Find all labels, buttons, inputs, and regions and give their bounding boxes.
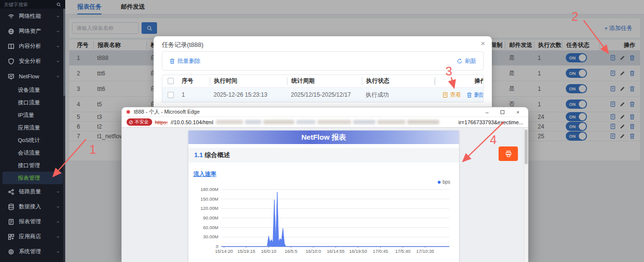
chevron-down-icon [56,14,60,19]
select-all-checkbox[interactable] [168,78,174,84]
sidebar-item-label: 网络资产 [19,28,51,35]
url-suffix: ir=1766733793&exectime... [458,119,523,125]
sidebar: 网络性能 网络资产 内容分析 安全分析 NetFlow 设备流量 接口流量 IP… [0,0,65,262]
batch-delete-button[interactable]: 批量删除 [169,57,200,65]
sidebar-item-link-quality[interactable]: 链路质量 [0,184,65,199]
inflow-rate-chart: 030.00M60.00M90.00M120.00M150.00M180.00M… [193,185,454,257]
scrollbar-thumb[interactable] [525,130,528,164]
svg-text:15/14:20: 15/14:20 [215,248,233,254]
sidebar-search[interactable] [0,0,65,9]
svg-text:90.00M: 90.00M [203,215,218,220]
edge-url-bar[interactable]: 不安全 https: //10.0.50.104/html ir=1766733… [122,117,528,128]
svg-text:16/10:0: 16/10:0 [306,248,321,254]
chevron-down-icon [56,234,60,239]
trash-icon [169,58,175,64]
sidebar-item-interface-traffic[interactable]: 接口流量 [0,96,65,109]
svg-text:120.00M: 120.00M [200,205,218,211]
sidebar-item-data-access[interactable]: 数据接入 [0,199,65,214]
chevron-down-icon [56,249,60,254]
dialog-toolbar: 批量删除 刷新 [162,51,484,71]
sidebar-item-network-performance[interactable]: 网络性能 [0,9,65,24]
search-icon[interactable] [56,2,61,7]
not-secure-badge[interactable]: 不安全 [127,118,152,126]
netflow-report-page: NetFlow 报表 1.1 综合概述 流入速率 bps 030.00M60.0… [188,131,459,262]
svg-text:16/5:5: 16/5:5 [285,248,297,254]
sidebar-item-report-mgmt-active[interactable]: 报表管理 [2,172,63,184]
sidebar-item-label: 数据接入 [19,203,51,210]
sidebar-item-label: 应用商店 [19,233,51,240]
svg-text:30.00M: 30.00M [203,234,218,239]
sidebar-item-qos-stats[interactable]: QoS统计 [0,134,65,146]
appstore-grid-icon [8,233,14,240]
svg-text:16/14:55: 16/14:55 [327,248,344,254]
sidebar-item-session-traffic[interactable]: 会话流量 [0,146,65,159]
delete-record-button[interactable]: 删除 [466,91,484,99]
report-icon [8,218,14,225]
close-icon[interactable]: × [481,39,485,47]
chevron-down-icon [56,29,60,34]
page-scrollbar[interactable] [524,128,528,262]
svg-text:17/5:40: 17/5:40 [395,248,411,254]
sidebar-item-netflow[interactable]: NetFlow [0,69,65,84]
sidebar-item-label: 网络性能 [19,13,51,20]
sidebar-item-interface-mgmt[interactable]: 接口管理 [0,159,65,172]
sidebar-item-system-management[interactable]: 系统管理 [0,244,65,259]
svg-text:17/10:35: 17/10:35 [416,248,434,254]
book-icon [8,43,14,50]
blocked-icon [129,120,133,125]
minimize-button[interactable]: – [481,108,493,116]
chart-legend: bps [193,179,454,185]
report-section-heading: 1.1 综合概述 [188,148,459,162]
chevron-down-icon [56,204,60,209]
gear-icon [8,248,14,255]
sidebar-item-label: 安全分析 [19,58,51,65]
wifi-icon [8,13,14,20]
sidebar-item-label: 系统管理 [19,248,51,255]
edge-page-content: NetFlow 报表 1.1 综合概述 流入速率 bps 030.00M60.0… [122,128,528,262]
edge-browser-window: t888 - 个人 - Microsoft Edge – × 不安全 https… [122,107,528,262]
maximize-button[interactable] [496,108,509,116]
sidebar-item-label: 报表管理 [19,218,51,225]
svg-text:16/19:50: 16/19:50 [349,248,367,254]
svg-text:60.00M: 60.00M [203,225,218,230]
task-record-dialog: 任务记录(t888) × 批量删除 刷新 序号 执行时间 统计周期 执行状态 操… [154,36,492,116]
svg-text:150.00M: 150.00M [200,196,218,202]
globe-icon [8,28,14,35]
record-row: 1 2025-12-26 15:23:13 2025/12/15-2025/12… [162,87,483,102]
shield-icon [8,58,14,65]
trash-icon [466,92,472,98]
chevron-down-icon [56,59,60,64]
view-record-button[interactable]: 查看 [442,91,461,99]
sidebar-item-app-traffic[interactable]: 应用流量 [0,121,65,134]
inflow-rate-link[interactable]: 流入速率 [193,171,216,177]
sidebar-item-report-management[interactable]: 报表管理 [0,214,65,229]
chevron-down-icon [56,189,60,194]
report-title-banner: NetFlow 报表 [188,131,459,144]
sidebar-item-device-traffic[interactable]: 设备流量 [0,84,65,96]
edge-title-bar[interactable]: t888 - 个人 - Microsoft Edge – × [122,107,528,117]
sidebar-item-content-analysis[interactable]: 内容分析 [0,39,65,54]
database-icon [8,204,14,210]
record-table-header: 序号 执行时间 统计周期 执行状态 操作 [162,75,483,87]
sidebar-item-ip-traffic[interactable]: IP流量 [0,109,65,121]
print-button[interactable] [499,146,518,161]
printer-icon [505,150,512,158]
maximize-icon [501,110,504,114]
sidebar-item-label: 内容分析 [19,43,51,50]
url-redacted-segment [216,120,455,124]
row-checkbox[interactable] [168,92,174,98]
refresh-button[interactable]: 刷新 [457,57,476,65]
sidebar-search-input[interactable] [4,2,54,7]
svg-text:16/0:10: 16/0:10 [261,248,276,254]
svg-text:17/0:45: 17/0:45 [373,248,388,254]
sidebar-item-app-store[interactable]: 应用商店 [0,229,65,244]
record-table: 序号 执行时间 统计周期 执行状态 操作 1 2025-12-26 15:23:… [162,74,484,102]
chevron-down-icon [56,44,60,49]
edge-window-title: t888 - 个人 - Microsoft Edge [134,108,478,116]
url-scheme: https: [155,119,168,125]
sidebar-item-label: 链路质量 [19,188,51,195]
sidebar-item-network-assets[interactable]: 网络资产 [0,24,65,39]
sidebar-item-security-analysis[interactable]: 安全分析 [0,54,65,69]
close-window-button[interactable]: × [512,108,524,116]
app: 网络性能 网络资产 内容分析 安全分析 NetFlow 设备流量 接口流量 IP… [0,0,644,262]
